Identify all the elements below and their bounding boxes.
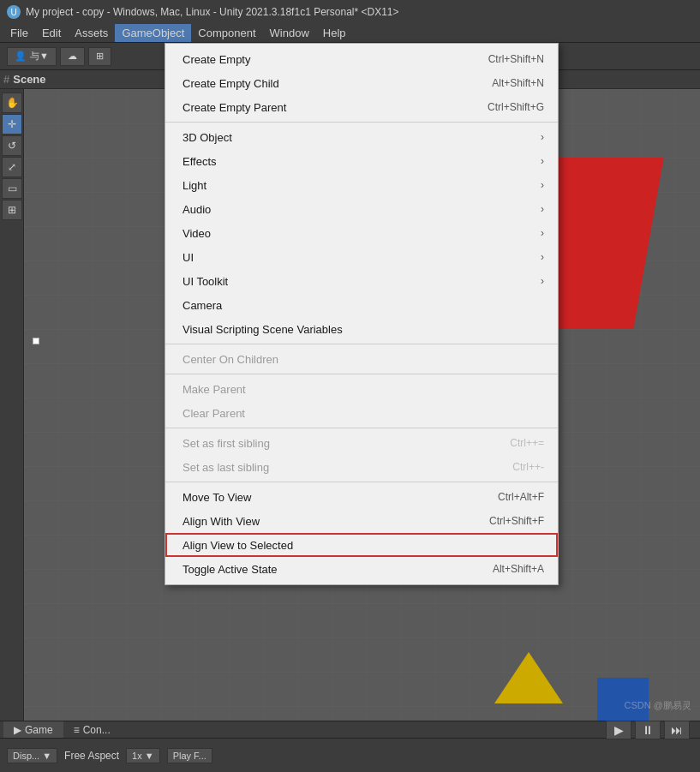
menu-item-clear-parent: Clear Parent xyxy=(165,401,558,425)
menu-item-label: Align With View xyxy=(182,515,260,528)
submenu-arrow: › xyxy=(541,179,544,191)
menu-item-label: Make Parent xyxy=(182,383,246,396)
play-button[interactable]: ▶ xyxy=(606,721,631,739)
menu-item-camera[interactable]: Camera xyxy=(165,293,558,317)
menu-window[interactable]: Window xyxy=(263,24,316,42)
display-dropdown[interactable]: Disp...▼ xyxy=(7,748,57,763)
menu-item-audio[interactable]: Audio › xyxy=(165,197,558,221)
bottom-bar: ▶ Game ≡ Con... ▶ ⏸ ⏭ Disp...▼ Free Aspe… xyxy=(0,721,700,772)
transform-tool[interactable]: ⊞ xyxy=(2,200,22,220)
rotate-tool[interactable]: ↺ xyxy=(2,135,22,156)
menu-item-video[interactable]: Video › xyxy=(165,221,558,245)
pause-button[interactable]: ⏸ xyxy=(635,721,661,739)
menu-item-shortcut: Alt+Shift+N xyxy=(492,77,544,89)
menu-item-visual-scripting[interactable]: Visual Scripting Scene Variables xyxy=(165,317,558,341)
cloud-btn[interactable]: ☁ xyxy=(60,47,85,66)
separator-5 xyxy=(165,482,558,482)
menu-item-toggle-active[interactable]: Toggle Active State Alt+Shift+A xyxy=(165,557,558,581)
menu-item-effects[interactable]: Effects › xyxy=(165,149,558,173)
menu-component[interactable]: Component xyxy=(191,24,262,42)
separator-2 xyxy=(165,344,558,344)
move-tool[interactable]: ✛ xyxy=(2,114,22,135)
resolution-label: Free Aspect xyxy=(64,750,119,762)
account-icon: 👤 xyxy=(15,51,27,62)
menu-item-label: Light xyxy=(182,179,206,192)
menu-item-3d-object[interactable]: 3D Object › xyxy=(165,125,558,149)
menu-item-create-empty-parent[interactable]: Create Empty Parent Ctrl+Shift+G xyxy=(165,95,558,119)
scale-dropdown[interactable]: 1x▼ xyxy=(126,748,160,763)
bottom-tabs: ▶ Game ≡ Con... ▶ ⏸ ⏭ xyxy=(0,721,700,739)
layout-icon: ⊞ xyxy=(96,51,104,62)
submenu-arrow: › xyxy=(541,203,544,215)
menu-item-label: Move To View xyxy=(182,491,251,504)
menu-item-move-to-view[interactable]: Move To View Ctrl+Alt+F xyxy=(165,485,558,509)
rect-tool[interactable]: ▭ xyxy=(2,178,22,199)
separator-3 xyxy=(165,374,558,374)
menu-item-center-on-children: Center On Children xyxy=(165,347,558,371)
menu-item-label: Align View to Selected xyxy=(182,539,293,552)
menu-item-make-parent: Make Parent xyxy=(165,377,558,401)
gameobject-dropdown-menu: Create Empty Ctrl+Shift+N Create Empty C… xyxy=(165,43,559,585)
console-tab[interactable]: ≡ Con... xyxy=(63,721,121,738)
menu-gameobject[interactable]: GameObject xyxy=(115,24,191,42)
title-text: My project - copy - Windows, Mac, Linux … xyxy=(26,6,399,18)
menu-item-align-view-to-selected[interactable]: Align View to Selected xyxy=(165,533,558,557)
menu-item-label: UI Toolkit xyxy=(182,275,228,288)
bottom-content: Disp...▼ Free Aspect 1x▼ Play F... xyxy=(0,739,700,772)
submenu-arrow: › xyxy=(541,227,544,239)
menu-item-label: Effects xyxy=(182,155,217,168)
menu-item-create-empty[interactable]: Create Empty Ctrl+Shift+N xyxy=(165,47,558,71)
menu-bar: File Edit Assets GameObject Component Wi… xyxy=(0,24,700,43)
watermark: CSDN @鹏易灵 xyxy=(625,699,691,712)
account-btn[interactable]: 👤 与▼ xyxy=(7,47,57,66)
scene-pivot-marker xyxy=(33,338,39,344)
menu-item-shortcut: Alt+Shift+A xyxy=(493,563,544,575)
submenu-arrow: › xyxy=(541,155,544,167)
scene-label: Scene xyxy=(13,73,45,86)
menu-item-ui-toolkit[interactable]: UI Toolkit › xyxy=(165,269,558,293)
menu-item-label: Camera xyxy=(182,299,222,312)
menu-item-create-empty-child[interactable]: Create Empty Child Alt+Shift+N xyxy=(165,71,558,95)
scale-tool[interactable]: ⤢ xyxy=(2,157,22,177)
menu-item-ui[interactable]: UI › xyxy=(165,245,558,269)
menu-item-label: UI xyxy=(182,251,194,264)
menu-item-align-with-view[interactable]: Align With View Ctrl+Shift+F xyxy=(165,509,558,533)
menu-item-label: Set as first sibling xyxy=(182,437,270,450)
separator-1 xyxy=(165,122,558,123)
menu-item-shortcut: Ctrl+Shift+N xyxy=(488,53,544,65)
play-controls: ▶ ⏸ ⏭ xyxy=(599,721,697,739)
step-button[interactable]: ⏭ xyxy=(664,721,690,739)
menu-item-shortcut: Ctrl++= xyxy=(510,437,544,449)
menu-item-label: Create Empty Parent xyxy=(182,101,286,114)
menu-item-label: Set as last sibling xyxy=(182,461,269,474)
submenu-arrow: › xyxy=(541,251,544,263)
submenu-arrow: › xyxy=(541,275,544,287)
title-bar: U My project - copy - Windows, Mac, Linu… xyxy=(0,0,700,24)
menu-edit[interactable]: Edit xyxy=(35,24,68,42)
menu-item-shortcut: Ctrl++- xyxy=(512,461,544,473)
menu-item-label: Create Empty xyxy=(182,53,250,66)
menu-assets[interactable]: Assets xyxy=(68,24,115,42)
cloud-icon: ☁ xyxy=(68,51,77,62)
menu-item-label: Visual Scripting Scene Variables xyxy=(182,323,343,336)
game-tab[interactable]: ▶ Game xyxy=(3,721,63,738)
game-icon: ▶ xyxy=(14,724,21,736)
separator-4 xyxy=(165,428,558,428)
menu-item-label: Video xyxy=(182,227,211,240)
menu-item-light[interactable]: Light › xyxy=(165,173,558,197)
layout-btn[interactable]: ⊞ xyxy=(88,47,111,66)
menu-item-label: Create Empty Child xyxy=(182,77,279,90)
menu-item-label: Toggle Active State xyxy=(182,563,278,576)
left-tool-panel: ✋ ✛ ↺ ⤢ ▭ ⊞ xyxy=(0,89,24,721)
submenu-arrow: › xyxy=(541,131,544,143)
menu-item-shortcut: Ctrl+Shift+F xyxy=(489,515,544,527)
menu-file[interactable]: File xyxy=(3,24,35,42)
unity-icon: U xyxy=(7,5,21,19)
menu-item-shortcut: Ctrl+Alt+F xyxy=(498,491,544,503)
hash-symbol: # xyxy=(3,73,9,86)
menu-help[interactable]: Help xyxy=(316,24,353,42)
play-forward-btn[interactable]: Play F... xyxy=(167,748,212,763)
menu-item-last-sibling: Set as last sibling Ctrl++- xyxy=(165,455,558,479)
console-icon: ≡ xyxy=(74,724,80,736)
hand-tool[interactable]: ✋ xyxy=(2,93,22,113)
